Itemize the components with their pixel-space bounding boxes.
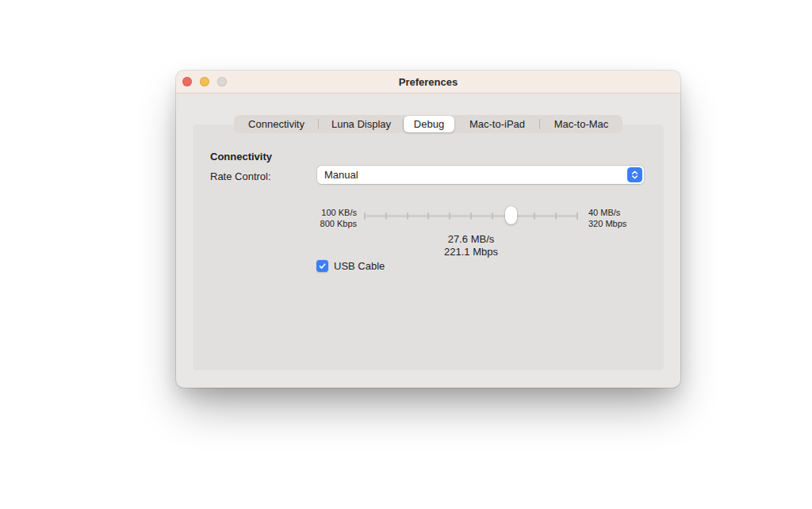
tab-bar: Connectivity Luna Display Debug Mac-to-i… xyxy=(234,115,622,133)
slider-thumb[interactable] xyxy=(505,206,517,224)
rate-control-selected-value: Manual xyxy=(317,169,358,181)
rate-control-dropdown[interactable]: Manual xyxy=(317,166,644,184)
usb-cable-row: USB Cable xyxy=(316,260,385,272)
slider-min-line2: 800 Kbps xyxy=(279,218,357,229)
rate-slider[interactable] xyxy=(365,206,577,225)
section-heading: Connectivity xyxy=(210,151,272,163)
titlebar: Preferences xyxy=(176,71,680,94)
checkmark-icon xyxy=(318,262,327,270)
tab-mac-to-ipad[interactable]: Mac-to-iPad xyxy=(454,115,540,133)
tab-mac-to-mac[interactable]: Mac-to-Mac xyxy=(540,115,622,133)
usb-cable-label: USB Cable xyxy=(334,260,385,272)
slider-max-line1: 40 MB/s xyxy=(588,207,660,218)
window-title: Preferences xyxy=(176,71,680,94)
usb-cable-checkbox[interactable] xyxy=(316,260,328,272)
tab-luna-display[interactable]: Luna Display xyxy=(319,115,404,133)
tab-connectivity[interactable]: Connectivity xyxy=(234,115,319,133)
up-down-chevrons-icon xyxy=(630,170,640,180)
slider-min-labels: 100 KB/s 800 Kbps xyxy=(279,207,357,229)
tab-debug[interactable]: Debug xyxy=(404,116,454,132)
slider-value-line1: 27.6 MB/s xyxy=(392,233,550,246)
slider-min-line1: 100 KB/s xyxy=(279,207,357,218)
slider-value-readout: 27.6 MB/s 221.1 Mbps xyxy=(392,233,550,258)
slider-value-line2: 221.1 Mbps xyxy=(392,246,550,258)
rate-control-label: Rate Control: xyxy=(210,170,271,182)
preferences-window: Preferences Connectivity Luna Display De… xyxy=(176,71,680,388)
slider-max-line2: 320 Mbps xyxy=(588,218,660,229)
slider-max-labels: 40 MB/s 320 Mbps xyxy=(588,207,660,229)
dropdown-stepper-icon xyxy=(627,167,642,182)
